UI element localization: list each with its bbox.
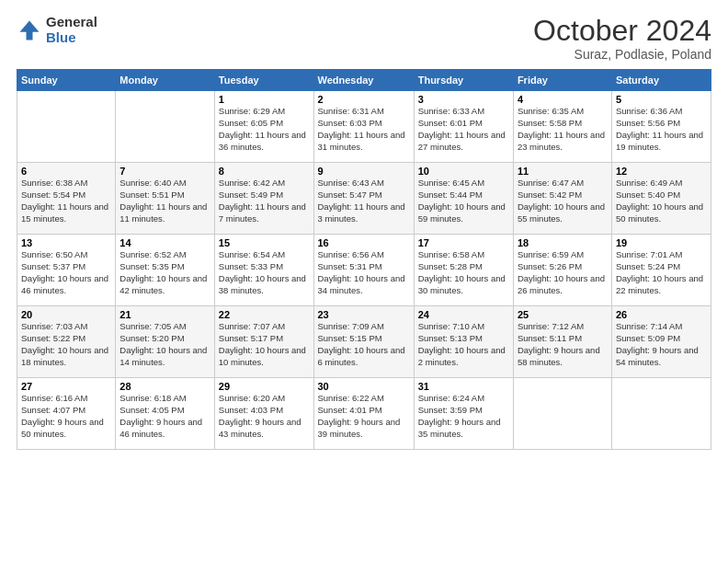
week-row-4: 20 Sunrise: 7:03 AM Sunset: 5:22 PM Dayl… — [17, 306, 711, 378]
day-info: Sunrise: 7:05 AM Sunset: 5:20 PM Dayligh… — [119, 321, 210, 368]
table-row: 7 Sunrise: 6:40 AM Sunset: 5:51 PM Dayli… — [116, 163, 214, 235]
daylight-text: Daylight: 9 hours and 39 minutes. — [318, 417, 401, 439]
calendar: Sunday Monday Tuesday Wednesday Thursday… — [17, 69, 711, 450]
title-location: Suraz, Podlasie, Poland — [533, 47, 711, 62]
day-number: 11 — [518, 166, 608, 177]
day-info: Sunrise: 7:09 AM Sunset: 5:15 PM Dayligh… — [318, 321, 410, 368]
sunrise-text: Sunrise: 6:52 AM — [119, 249, 186, 259]
day-info: Sunrise: 7:12 AM Sunset: 5:11 PM Dayligh… — [518, 321, 608, 368]
daylight-text: Daylight: 11 hours and 27 minutes. — [418, 130, 506, 152]
table-row — [116, 91, 214, 163]
header: General Blue October 2024 Suraz, Podlasi… — [17, 15, 711, 62]
sunset-text: Sunset: 5:58 PM — [518, 118, 582, 128]
daylight-text: Daylight: 11 hours and 3 minutes. — [318, 201, 405, 224]
daylight-text: Daylight: 10 hours and 26 minutes. — [518, 273, 605, 295]
day-number: 31 — [418, 381, 509, 392]
sunset-text: Sunset: 5:49 PM — [219, 190, 283, 200]
table-row: 1 Sunrise: 6:29 AM Sunset: 6:05 PM Dayli… — [214, 91, 313, 163]
daylight-text: Daylight: 10 hours and 6 minutes. — [318, 345, 405, 367]
daylight-text: Daylight: 10 hours and 10 minutes. — [219, 345, 306, 367]
day-info: Sunrise: 6:59 AM Sunset: 5:26 PM Dayligh… — [518, 249, 608, 296]
day-number: 6 — [21, 166, 111, 177]
daylight-text: Daylight: 10 hours and 38 minutes. — [219, 273, 306, 295]
day-info: Sunrise: 6:22 AM Sunset: 4:01 PM Dayligh… — [318, 393, 410, 440]
daylight-text: Daylight: 10 hours and 30 minutes. — [418, 273, 506, 295]
sunrise-text: Sunrise: 7:09 AM — [318, 321, 384, 331]
table-row: 21 Sunrise: 7:05 AM Sunset: 5:20 PM Dayl… — [116, 306, 214, 378]
day-info: Sunrise: 6:58 AM Sunset: 5:28 PM Dayligh… — [418, 249, 509, 296]
daylight-text: Daylight: 11 hours and 15 minutes. — [21, 201, 108, 224]
sunrise-text: Sunrise: 6:43 AM — [318, 178, 384, 188]
table-row: 4 Sunrise: 6:35 AM Sunset: 5:58 PM Dayli… — [513, 91, 611, 163]
logo: General Blue — [17, 15, 97, 45]
sunrise-text: Sunrise: 7:10 AM — [418, 321, 484, 331]
week-row-1: 1 Sunrise: 6:29 AM Sunset: 6:05 PM Dayli… — [17, 91, 711, 163]
sunrise-text: Sunrise: 6:36 AM — [616, 106, 682, 116]
daylight-text: Daylight: 10 hours and 42 minutes. — [119, 273, 207, 295]
sunset-text: Sunset: 5:51 PM — [119, 190, 184, 200]
title-month: October 2024 — [533, 15, 711, 47]
daylight-text: Daylight: 10 hours and 34 minutes. — [318, 273, 405, 295]
table-row: 3 Sunrise: 6:33 AM Sunset: 6:01 PM Dayli… — [414, 91, 513, 163]
day-number: 20 — [21, 309, 111, 320]
sunrise-text: Sunrise: 6:45 AM — [418, 178, 484, 188]
table-row: 31 Sunrise: 6:24 AM Sunset: 3:59 PM Dayl… — [414, 378, 513, 450]
sunrise-text: Sunrise: 6:50 AM — [21, 249, 87, 259]
day-info: Sunrise: 6:29 AM Sunset: 6:05 PM Dayligh… — [219, 106, 310, 153]
sunset-text: Sunset: 4:01 PM — [318, 405, 382, 415]
sunset-text: Sunset: 5:54 PM — [21, 190, 85, 200]
daylight-text: Daylight: 11 hours and 36 minutes. — [219, 130, 306, 152]
day-info: Sunrise: 7:07 AM Sunset: 5:17 PM Dayligh… — [219, 321, 310, 368]
daylight-text: Daylight: 9 hours and 54 minutes. — [616, 345, 699, 367]
day-number: 17 — [418, 237, 509, 248]
sunset-text: Sunset: 5:33 PM — [219, 261, 283, 271]
sunrise-text: Sunrise: 6:20 AM — [219, 393, 285, 403]
header-monday: Monday — [116, 70, 214, 91]
header-friday: Friday — [513, 70, 611, 91]
day-number: 22 — [219, 309, 310, 320]
table-row: 19 Sunrise: 7:01 AM Sunset: 5:24 PM Dayl… — [611, 235, 711, 306]
table-row: 26 Sunrise: 7:14 AM Sunset: 5:09 PM Dayl… — [611, 306, 711, 378]
day-info: Sunrise: 6:45 AM Sunset: 5:44 PM Dayligh… — [418, 178, 509, 224]
sunset-text: Sunset: 5:24 PM — [616, 261, 680, 271]
day-number: 4 — [518, 94, 608, 105]
sunset-text: Sunset: 4:07 PM — [21, 405, 85, 415]
day-info: Sunrise: 6:31 AM Sunset: 6:03 PM Dayligh… — [318, 106, 410, 153]
week-row-3: 13 Sunrise: 6:50 AM Sunset: 5:37 PM Dayl… — [17, 235, 711, 306]
daylight-text: Daylight: 10 hours and 59 minutes. — [418, 201, 506, 224]
daylight-text: Daylight: 11 hours and 31 minutes. — [318, 130, 405, 152]
sunrise-text: Sunrise: 6:24 AM — [418, 393, 484, 403]
daylight-text: Daylight: 10 hours and 22 minutes. — [616, 273, 703, 295]
logo-text: General Blue — [46, 15, 97, 45]
day-info: Sunrise: 6:36 AM Sunset: 5:56 PM Dayligh… — [616, 106, 707, 153]
day-info: Sunrise: 6:33 AM Sunset: 6:01 PM Dayligh… — [418, 106, 509, 153]
table-row — [17, 91, 116, 163]
daylight-text: Daylight: 11 hours and 23 minutes. — [518, 130, 605, 152]
sunset-text: Sunset: 6:01 PM — [418, 118, 483, 128]
daylight-text: Daylight: 9 hours and 35 minutes. — [418, 417, 501, 439]
table-row: 13 Sunrise: 6:50 AM Sunset: 5:37 PM Dayl… — [17, 235, 116, 306]
table-row: 10 Sunrise: 6:45 AM Sunset: 5:44 PM Dayl… — [414, 163, 513, 235]
day-number: 16 — [318, 237, 410, 248]
sunset-text: Sunset: 3:59 PM — [418, 405, 483, 415]
sunset-text: Sunset: 5:13 PM — [418, 333, 483, 343]
day-number: 28 — [119, 381, 210, 392]
logo-general: General — [46, 15, 97, 30]
sunrise-text: Sunrise: 6:40 AM — [119, 178, 186, 188]
daylight-text: Daylight: 9 hours and 50 minutes. — [21, 417, 104, 439]
sunrise-text: Sunrise: 6:35 AM — [518, 106, 584, 116]
logo-blue: Blue — [46, 30, 97, 46]
page: General Blue October 2024 Suraz, Podlasi… — [0, 0, 728, 563]
sunrise-text: Sunrise: 6:31 AM — [318, 106, 384, 116]
table-row: 6 Sunrise: 6:38 AM Sunset: 5:54 PM Dayli… — [17, 163, 116, 235]
week-row-2: 6 Sunrise: 6:38 AM Sunset: 5:54 PM Dayli… — [17, 163, 711, 235]
sunrise-text: Sunrise: 7:03 AM — [21, 321, 87, 331]
daylight-text: Daylight: 10 hours and 14 minutes. — [119, 345, 207, 367]
sunrise-text: Sunrise: 6:16 AM — [21, 393, 87, 403]
table-row: 8 Sunrise: 6:42 AM Sunset: 5:49 PM Dayli… — [214, 163, 313, 235]
sunset-text: Sunset: 5:40 PM — [616, 190, 680, 200]
day-number: 27 — [21, 381, 111, 392]
table-row: 15 Sunrise: 6:54 AM Sunset: 5:33 PM Dayl… — [214, 235, 313, 306]
table-row: 22 Sunrise: 7:07 AM Sunset: 5:17 PM Dayl… — [214, 306, 313, 378]
day-info: Sunrise: 6:16 AM Sunset: 4:07 PM Dayligh… — [21, 393, 111, 440]
